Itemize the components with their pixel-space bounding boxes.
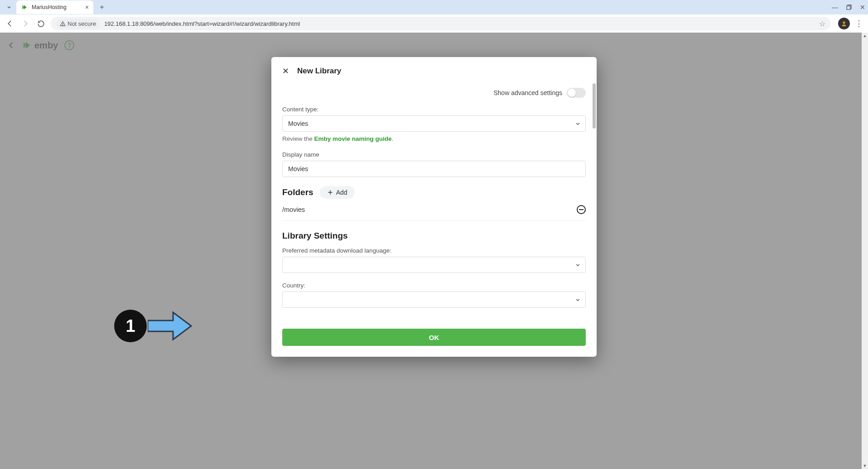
address-bar[interactable]: Not secure 192.168.1.18:8096/web/index.h…: [51, 17, 831, 30]
bookmark-star-icon[interactable]: ☆: [819, 19, 825, 28]
profile-avatar[interactable]: [838, 18, 850, 29]
folder-path: /movies: [282, 206, 305, 213]
country-select[interactable]: [282, 292, 586, 308]
library-settings-title: Library Settings: [282, 231, 586, 241]
svg-point-4: [843, 21, 845, 24]
country-block: Country:: [282, 282, 586, 308]
annotation-badge: 1: [114, 310, 147, 342]
chevron-down-icon: [575, 121, 581, 127]
chevron-down-icon: [575, 262, 581, 268]
advanced-settings-toggle[interactable]: [567, 88, 586, 98]
folders-title: Folders: [282, 187, 313, 197]
remove-folder-button[interactable]: [577, 205, 586, 214]
naming-guide-link[interactable]: Emby movie naming guide: [314, 135, 392, 142]
chevron-down-icon: [575, 297, 581, 303]
tab-strip: MariusHosting × + — ✕: [0, 0, 868, 14]
warning-icon: [60, 21, 66, 27]
browser-tab[interactable]: MariusHosting ×: [16, 0, 93, 14]
display-name-block: Display name Movies: [282, 151, 586, 177]
address-row: Not secure 192.168.1.18:8096/web/index.h…: [0, 14, 868, 33]
folders-header: Folders Add: [282, 186, 586, 199]
naming-guide-hint: Review the Emby movie naming guide.: [282, 135, 586, 142]
new-library-modal: ✕ New Library Show advanced settings Con…: [271, 57, 597, 357]
browser-chrome: MariusHosting × + — ✕ Not secure 192.168…: [0, 0, 868, 33]
window-minimize-icon[interactable]: —: [832, 4, 838, 11]
modal-header: ✕ New Library: [271, 57, 597, 81]
nav-back-button[interactable]: [5, 18, 15, 29]
svg-point-2: [63, 24, 63, 25]
display-name-input[interactable]: Movies: [282, 161, 586, 177]
nav-reload-button[interactable]: [35, 18, 46, 29]
add-folder-button[interactable]: Add: [320, 186, 355, 199]
hint-prefix: Review the: [282, 135, 314, 142]
tab-title: MariusHosting: [32, 4, 82, 10]
app-area: emby ? ▲ ▼ ✕ New Library Show advanced s…: [0, 33, 868, 469]
tab-search-icon[interactable]: [5, 3, 14, 12]
tab-close-icon[interactable]: ×: [85, 4, 89, 11]
svg-marker-7: [148, 312, 191, 340]
window-controls: — ✕: [832, 0, 865, 14]
content-type-select[interactable]: Movies: [282, 115, 586, 132]
scroll-up-icon[interactable]: ▲: [862, 33, 868, 39]
metadata-language-block: Preferred metadata download language:: [282, 247, 586, 273]
ok-button[interactable]: OK: [282, 329, 586, 346]
modal-scrollbar[interactable]: [593, 83, 596, 129]
country-label: Country:: [282, 282, 586, 289]
advanced-settings-label: Show advanced settings: [493, 89, 562, 96]
content-type-value: Movies: [288, 120, 308, 127]
modal-close-button[interactable]: ✕: [282, 66, 289, 76]
modal-footer: OK: [271, 321, 597, 357]
not-secure-label: Not secure: [68, 20, 96, 27]
hint-suffix: .: [392, 135, 394, 142]
not-secure-chip[interactable]: Not secure: [56, 19, 100, 29]
modal-body: Show advanced settings Content type: Mov…: [271, 81, 597, 321]
metadata-language-label: Preferred metadata download language:: [282, 247, 586, 254]
window-close-icon[interactable]: ✕: [860, 4, 865, 11]
advanced-settings-row: Show advanced settings: [282, 82, 586, 106]
metadata-language-select[interactable]: [282, 257, 586, 273]
nav-forward-button[interactable]: [20, 18, 31, 29]
modal-title: New Library: [297, 67, 341, 76]
browser-menu-icon[interactable]: ⋮: [854, 19, 863, 29]
svg-rect-0: [847, 6, 850, 10]
address-url: 192.168.1.18:8096/web/index.html?start=w…: [104, 20, 300, 27]
display-name-value: Movies: [288, 165, 308, 172]
annotation-arrow-icon: [148, 308, 193, 344]
content-type-block: Content type: Movies Review the Emby mov…: [282, 106, 586, 142]
plus-icon: [327, 189, 333, 196]
scroll-down-icon[interactable]: ▼: [862, 463, 868, 469]
page-scrollbar[interactable]: ▲ ▼: [862, 33, 868, 469]
display-name-label: Display name: [282, 151, 586, 158]
tab-favicon-icon: [21, 4, 28, 11]
content-type-label: Content type:: [282, 106, 586, 113]
new-tab-button[interactable]: +: [96, 1, 108, 13]
add-folder-label: Add: [336, 189, 347, 196]
window-maximize-icon[interactable]: [846, 5, 852, 10]
folder-row: /movies: [282, 199, 586, 221]
